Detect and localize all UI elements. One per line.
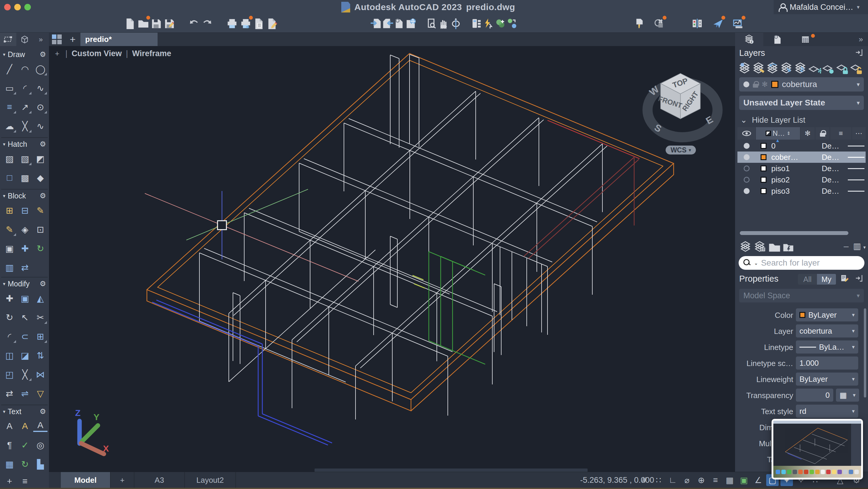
geolocation-button[interactable] — [494, 18, 506, 29]
layer-off-icon[interactable] — [744, 166, 750, 171]
gear-icon[interactable]: ⚙ — [39, 280, 46, 288]
layer-row-piso1[interactable]: piso1 De… — [737, 163, 866, 174]
filter-my-button[interactable]: My — [817, 274, 836, 285]
quick-properties-toggle[interactable]: ▣ — [738, 474, 750, 486]
table-tool[interactable]: ▦ — [2, 456, 17, 472]
property-filter-button[interactable] — [782, 241, 795, 253]
scale-tool[interactable]: ◰ — [2, 367, 17, 382]
layer-freeze-button[interactable]: ✻ — [808, 62, 822, 74]
section-block[interactable]: ▾ Block ⚙ — [0, 191, 49, 200]
undo-button[interactable] — [188, 18, 200, 29]
visual-style-control[interactable]: Wireframe — [132, 49, 171, 58]
break-tool[interactable]: ╳ — [18, 367, 32, 382]
text-style-dropdown[interactable]: rd ▾ — [796, 405, 858, 418]
tab-overview-icon[interactable] — [52, 34, 62, 45]
lineweight-column-header[interactable]: ≡ — [830, 127, 852, 140]
layer-states-button[interactable] — [739, 241, 752, 253]
align-tool[interactable]: ⇄ — [2, 385, 17, 401]
section-draw[interactable]: ▾ Draw ⚙ — [0, 50, 49, 59]
orbit-tool[interactable] — [450, 18, 462, 29]
standards-check-button[interactable] — [653, 18, 665, 29]
plot-preview-button[interactable] — [253, 18, 265, 29]
layer-walk-button[interactable] — [738, 62, 752, 74]
layer-color-swatch[interactable] — [761, 143, 767, 149]
model-viewport[interactable]: + | Custom View | Wireframe TOP FRONT RI… — [49, 46, 735, 472]
create-block-tool[interactable]: ⊟ — [18, 203, 32, 218]
tag-tool[interactable]: ◈ — [18, 222, 32, 237]
single-text-tool[interactable]: A — [2, 418, 17, 434]
add-tool-button[interactable]: + — [2, 473, 17, 489]
text-style-tool[interactable]: A — [18, 418, 32, 434]
print-button[interactable] — [226, 18, 238, 29]
tool-options-button[interactable]: ≡ — [18, 473, 32, 489]
attribute-display-tool[interactable]: ⊡ — [33, 222, 48, 237]
layer-color-swatch[interactable] — [761, 188, 767, 194]
freeze-column-header[interactable]: ✻ — [800, 127, 815, 140]
spell-check-tool[interactable]: ✓ — [18, 437, 32, 453]
match-properties-button[interactable] — [633, 18, 645, 29]
edit-block-tool[interactable]: ✎ — [33, 203, 48, 218]
user-account-menu[interactable]: Mafalda Concei… ▾ — [774, 0, 868, 14]
freehand-tool[interactable]: ∿ — [33, 118, 48, 134]
layer-color-swatch[interactable] — [761, 166, 767, 171]
gradient-tool[interactable]: ◩ — [33, 151, 48, 166]
section-text[interactable]: ▾ Text ⚙ — [0, 407, 49, 416]
polyline-tool[interactable]: ◠ — [18, 61, 32, 77]
multiline-tool[interactable]: ≡ — [2, 99, 17, 115]
isometric-drafting-toggle[interactable]: ∠ — [752, 474, 765, 486]
share-drawing-button[interactable] — [712, 18, 724, 29]
performance-analyzer-button[interactable] — [733, 18, 744, 29]
rotate-tool[interactable]: ↻ — [2, 310, 17, 325]
grid-display-toggle[interactable]: # — [638, 474, 650, 486]
selection-type-dropdown[interactable]: Model Space ▾ — [739, 289, 864, 303]
tab-sheet-set-palette[interactable] — [792, 33, 819, 46]
spline-tool[interactable]: ∿ — [33, 80, 48, 96]
section-modify[interactable]: ▾ Modify ⚙ — [0, 279, 49, 288]
lock-column-header[interactable] — [815, 127, 830, 140]
array-tool[interactable]: ⊞ — [33, 328, 48, 344]
collapse-button[interactable]: – — [844, 241, 849, 251]
minimize-window-button[interactable] — [14, 4, 21, 10]
dock-panel-icon[interactable] — [855, 274, 864, 283]
offset-tool[interactable]: ⊂ — [18, 328, 32, 344]
gear-icon[interactable]: ⚙ — [39, 140, 46, 148]
replace-block-tool[interactable]: ⇄ — [18, 260, 32, 275]
fillet-tool[interactable]: ◜ — [2, 328, 17, 344]
tab-2d-tools[interactable] — [0, 33, 16, 46]
layer-off-icon[interactable] — [744, 177, 750, 183]
wcs-dropdown[interactable]: WCS ▾ — [665, 146, 696, 154]
pdf-import-tool[interactable]: ▙ — [33, 456, 48, 472]
layer-row-piso3[interactable]: piso3 De… — [737, 185, 866, 197]
boundary-tool[interactable]: □ — [2, 170, 17, 185]
measure-tool[interactable]: ↗ — [18, 99, 32, 115]
stretch-tool[interactable]: ↖ — [18, 310, 32, 325]
tab-references-palette[interactable] — [763, 33, 792, 46]
layer-dropdown[interactable]: cobertura ▾ — [796, 324, 858, 338]
copy-tool[interactable]: ▣ — [18, 291, 32, 306]
layer-list-scrollbar[interactable] — [740, 231, 848, 235]
layer-previous-button[interactable] — [766, 62, 780, 74]
sync-attributes-tool[interactable]: ↻ — [33, 241, 48, 256]
text-update-tool[interactable]: ↻ — [18, 456, 32, 472]
page-setup-button[interactable] — [266, 18, 278, 29]
gear-icon[interactable]: ⚙ — [39, 50, 46, 59]
lineweight-dropdown[interactable]: ByLayer ▾ — [796, 373, 858, 385]
write-block-tool[interactable]: ▣ — [2, 241, 17, 256]
slice-tool[interactable]: ◪ — [18, 348, 32, 363]
new-file-button[interactable] — [124, 18, 136, 29]
layer-color-swatch[interactable] — [761, 177, 767, 183]
command-lookup-button[interactable] — [482, 18, 494, 29]
layer-on-icon[interactable] — [744, 154, 750, 160]
save-as-button[interactable] — [163, 18, 175, 29]
rectangle-tool[interactable]: ▭ — [2, 80, 17, 96]
layer-row-cobertura[interactable]: cober… De… — [737, 151, 866, 163]
layer-off-button[interactable] — [822, 62, 835, 74]
zoom-window-tool[interactable] — [426, 18, 438, 29]
layer-on-icon[interactable] — [744, 143, 750, 149]
view-name-control[interactable]: Custom View — [71, 49, 122, 58]
ortho-mode-toggle[interactable]: ∟ — [666, 474, 679, 486]
model-tab[interactable]: Model — [61, 472, 111, 488]
snap-mode-toggle[interactable]: ∷ — [652, 474, 665, 486]
circle-tool[interactable]: ◯ — [33, 61, 48, 77]
new-layout-button[interactable]: + — [111, 472, 134, 488]
